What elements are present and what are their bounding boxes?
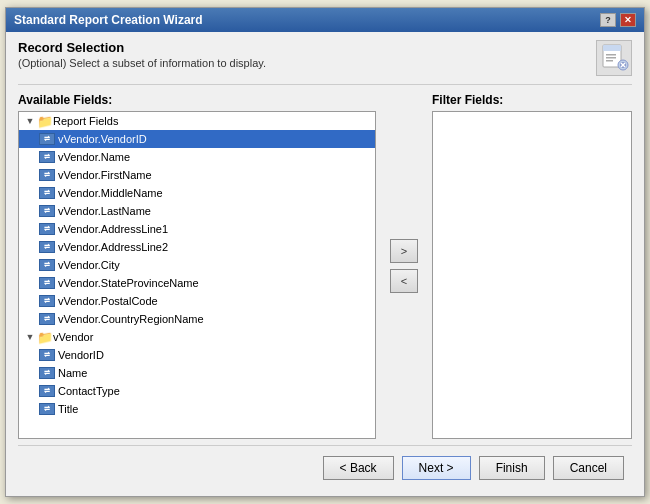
field-label: vVendor.CountryRegionName (58, 313, 204, 325)
header-text: Record Selection (Optional) Select a sub… (18, 40, 266, 69)
field-label: vVendor.VendorID (58, 133, 147, 145)
field-type-icon: ⇌ (39, 349, 55, 361)
dialog-body: Record Selection (Optional) Select a sub… (6, 32, 644, 496)
field-type-icon: ⇌ (39, 313, 55, 325)
folder-icon: 📁 (37, 330, 53, 344)
title-bar-text: Standard Report Creation Wizard (14, 13, 203, 27)
field-type-icon: ⇌ (39, 169, 55, 181)
svg-rect-7 (606, 57, 616, 59)
field-type-icon: ⇌ (39, 295, 55, 307)
cancel-button[interactable]: Cancel (553, 456, 624, 480)
available-fields-tree[interactable]: ▼ 📁 Report Fields ⇌ vVendor.VendorID ⇌ v… (18, 111, 376, 439)
add-field-button[interactable]: > (390, 239, 418, 263)
header-icon (596, 40, 632, 76)
expand-icon: ▼ (23, 330, 37, 344)
available-fields-label: Available Fields: (18, 93, 376, 107)
field-vvendor-stateprovincename[interactable]: ⇌ vVendor.StateProvinceName (19, 274, 375, 292)
field-type-icon: ⇌ (39, 385, 55, 397)
field-label: vVendor.AddressLine2 (58, 241, 168, 253)
right-panel: Filter Fields: (432, 93, 632, 439)
field-label: vVendor.Name (58, 151, 130, 163)
field-label: vVendor.City (58, 259, 120, 271)
next-button[interactable]: Next > (402, 456, 471, 480)
field-label: vVendor.LastName (58, 205, 151, 217)
field-type-icon: ⇌ (39, 403, 55, 415)
help-button[interactable]: ? (600, 13, 616, 27)
group-label: Report Fields (53, 115, 118, 127)
field-type-icon: ⇌ (39, 259, 55, 271)
svg-rect-8 (606, 60, 613, 62)
field-type-icon: ⇌ (39, 223, 55, 235)
field-label: Title (58, 403, 78, 415)
field-vvendor-postalcode[interactable]: ⇌ vVendor.PostalCode (19, 292, 375, 310)
svg-rect-6 (606, 54, 616, 56)
svg-rect-1 (603, 45, 621, 51)
tree-group-vvendor[interactable]: ▼ 📁 vVendor (19, 328, 375, 346)
finish-button[interactable]: Finish (479, 456, 545, 480)
field-type-icon: ⇌ (39, 277, 55, 289)
field-vendorid[interactable]: ⇌ VendorID (19, 346, 375, 364)
field-label: vVendor.FirstName (58, 169, 152, 181)
field-type-icon: ⇌ (39, 205, 55, 217)
field-type-icon: ⇌ (39, 367, 55, 379)
field-vvendor-middlename[interactable]: ⇌ vVendor.MiddleName (19, 184, 375, 202)
filter-fields-list[interactable] (432, 111, 632, 439)
field-vvendor-city[interactable]: ⇌ vVendor.City (19, 256, 375, 274)
left-panel: Available Fields: ▼ 📁 Report Fields ⇌ vV… (18, 93, 376, 439)
dialog-window: Standard Report Creation Wizard ? ✕ Reco… (5, 7, 645, 497)
field-vvendor-lastname[interactable]: ⇌ vVendor.LastName (19, 202, 375, 220)
section-description: (Optional) Select a subset of informatio… (18, 57, 266, 69)
title-bar: Standard Report Creation Wizard ? ✕ (6, 8, 644, 32)
field-title[interactable]: ⇌ Title (19, 400, 375, 418)
main-content: Available Fields: ▼ 📁 Report Fields ⇌ vV… (18, 93, 632, 439)
filter-fields-label: Filter Fields: (432, 93, 632, 107)
field-label: vVendor.AddressLine1 (58, 223, 168, 235)
field-vvendor-addressline1[interactable]: ⇌ vVendor.AddressLine1 (19, 220, 375, 238)
field-label: Name (58, 367, 87, 379)
expand-icon: ▼ (23, 114, 37, 128)
close-button[interactable]: ✕ (620, 13, 636, 27)
folder-icon: 📁 (37, 114, 53, 128)
field-vvendor-vendorid[interactable]: ⇌ vVendor.VendorID (19, 130, 375, 148)
field-label: vVendor.PostalCode (58, 295, 158, 307)
field-type-icon: ⇌ (39, 151, 55, 163)
field-label: ContactType (58, 385, 120, 397)
field-vvendor-countryregionname[interactable]: ⇌ vVendor.CountryRegionName (19, 310, 375, 328)
report-icon (599, 43, 629, 73)
field-vvendor-addressline2[interactable]: ⇌ vVendor.AddressLine2 (19, 238, 375, 256)
field-contacttype[interactable]: ⇌ ContactType (19, 382, 375, 400)
field-vvendor-firstname[interactable]: ⇌ vVendor.FirstName (19, 166, 375, 184)
field-type-icon: ⇌ (39, 133, 55, 145)
back-button[interactable]: < Back (323, 456, 394, 480)
remove-field-button[interactable]: < (390, 269, 418, 293)
field-type-icon: ⇌ (39, 187, 55, 199)
transfer-buttons: > < (384, 93, 424, 439)
group-label: vVendor (53, 331, 93, 343)
header-section: Record Selection (Optional) Select a sub… (18, 40, 632, 85)
footer: < Back Next > Finish Cancel (18, 445, 632, 488)
field-label: VendorID (58, 349, 104, 361)
section-title: Record Selection (18, 40, 266, 55)
field-type-icon: ⇌ (39, 241, 55, 253)
field-label: vVendor.MiddleName (58, 187, 163, 199)
field-vvendor-name[interactable]: ⇌ vVendor.Name (19, 148, 375, 166)
title-bar-controls: ? ✕ (600, 13, 636, 27)
field-name[interactable]: ⇌ Name (19, 364, 375, 382)
field-label: vVendor.StateProvinceName (58, 277, 199, 289)
tree-group-report-fields[interactable]: ▼ 📁 Report Fields (19, 112, 375, 130)
